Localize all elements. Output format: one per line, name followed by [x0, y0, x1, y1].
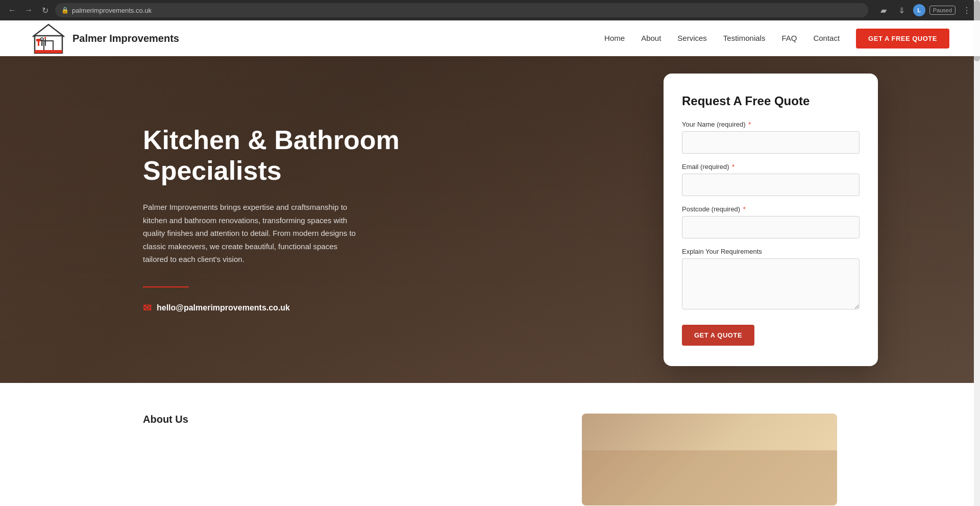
about-teaser-section: About Us	[0, 383, 980, 506]
name-required: *	[748, 121, 751, 128]
nav-item-about[interactable]: About	[641, 34, 661, 43]
requirements-field-group: Explain Your Requirements	[682, 248, 860, 311]
postcode-label: Postcode (required) *	[682, 205, 860, 213]
navbar: Palmer Improvements Home About Services …	[0, 20, 980, 56]
email-label: Email (required) *	[682, 163, 860, 171]
email-field-group: Email (required) *	[682, 163, 860, 196]
browser-chrome: ← → ↻ 🔒 palmerimprovements.co.uk ▰ ⇓ L P…	[0, 0, 980, 20]
email-required: *	[732, 163, 734, 171]
brand-name: Palmer Improvements	[72, 33, 179, 44]
brand-logo	[31, 20, 66, 56]
form-title: Request A Free Quote	[682, 94, 860, 108]
postcode-required: *	[743, 205, 746, 213]
nav-item-contact[interactable]: Contact	[813, 34, 840, 43]
reload-button[interactable]: ↻	[39, 4, 51, 16]
profile-avatar[interactable]: L	[913, 4, 925, 16]
security-icon: 🔒	[61, 7, 69, 14]
postcode-input[interactable]	[682, 216, 860, 238]
nav-links: Home About Services Testimonials FAQ Con…	[604, 34, 949, 43]
download-button[interactable]: ⇓	[895, 3, 909, 17]
svg-marker-7	[44, 37, 46, 39]
nav-cta[interactable]: GET A FREE QUOTE	[856, 34, 949, 43]
hero-email-row: ✉ hello@palmerimprovements.co.uk	[143, 302, 408, 314]
hero-email-text: hello@palmerimprovements.co.uk	[157, 303, 290, 312]
browser-actions: ▰ ⇓ L Paused ⋮	[876, 3, 974, 17]
svg-rect-8	[35, 50, 62, 53]
quote-form-card: Request A Free Quote Your Name (required…	[664, 74, 878, 366]
about-left: About Us	[143, 414, 551, 425]
brand[interactable]: Palmer Improvements	[31, 20, 179, 56]
name-label: Your Name (required) *	[682, 121, 860, 128]
address-bar[interactable]: 🔒 palmerimprovements.co.uk	[55, 3, 868, 17]
postcode-field-group: Postcode (required) *	[682, 205, 860, 238]
email-input[interactable]	[682, 174, 860, 196]
svg-rect-4	[41, 39, 43, 46]
url-display: palmerimprovements.co.uk	[72, 7, 152, 14]
menu-button[interactable]: ⋮	[960, 3, 974, 17]
requirements-label: Explain Your Requirements	[682, 248, 860, 255]
extensions-button[interactable]: ▰	[876, 3, 891, 17]
hero-section: Kitchen & Bathroom Specialists Palmer Im…	[0, 56, 980, 383]
nav-item-services[interactable]: Services	[677, 34, 707, 43]
nav-item-home[interactable]: Home	[604, 34, 625, 43]
hero-content: Kitchen & Bathroom Specialists Palmer Im…	[0, 56, 980, 383]
name-input[interactable]	[682, 131, 860, 154]
hero-description: Palmer Improvements brings expertise and…	[143, 201, 362, 266]
svg-rect-6	[45, 39, 46, 46]
nav-item-testimonials[interactable]: Testimonials	[723, 34, 766, 43]
email-icon: ✉	[143, 302, 152, 314]
forward-button[interactable]: →	[22, 4, 35, 16]
get-quote-button[interactable]: GET A QUOTE	[682, 325, 754, 346]
about-title: About Us	[143, 414, 551, 425]
nav-item-faq[interactable]: FAQ	[781, 34, 797, 43]
requirements-textarea[interactable]	[682, 258, 860, 309]
hero-text-block: Kitchen & Bathroom Specialists Palmer Im…	[143, 125, 408, 314]
about-image	[582, 414, 837, 505]
hero-divider	[143, 286, 189, 287]
website: Palmer Improvements Home About Services …	[0, 20, 980, 506]
back-button[interactable]: ←	[6, 4, 18, 16]
hero-title: Kitchen & Bathroom Specialists	[143, 125, 408, 186]
paused-badge: Paused	[929, 6, 955, 15]
name-field-group: Your Name (required) *	[682, 121, 860, 154]
